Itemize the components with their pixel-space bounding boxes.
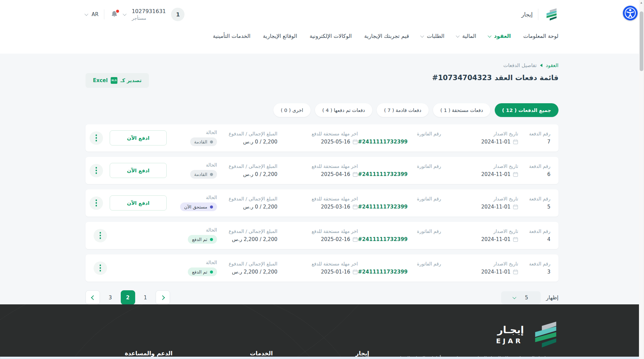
status-dot-icon — [210, 173, 213, 176]
pay-now-button[interactable]: ادفع الآن — [110, 163, 167, 178]
status-badge: تم الدفع — [188, 235, 217, 244]
page-head-right: العقود تفاصيل الدفعات قائمة دفعات العقد … — [432, 62, 558, 82]
calendar-icon — [513, 237, 518, 242]
payment-row: رقم الدفعة 3 تاريخ الاصدار 2024-11-01 رق… — [86, 254, 558, 282]
footer-brand-english: EJAR — [496, 337, 523, 345]
horizontal-scrollbar-thumb[interactable] — [0, 357, 255, 359]
scrollbar-up-arrow-icon[interactable]: ▲ — [639, 0, 644, 5]
calendar-icon — [513, 139, 518, 144]
nav-item-requests[interactable]: الطلبات — [421, 33, 444, 39]
brand[interactable]: إيجار — [521, 8, 558, 21]
page-size-value: 5 — [525, 295, 528, 301]
main-nav: لوحة المعلومات العقود المالية الطلبات قي… — [86, 25, 558, 39]
page-size-select[interactable]: 5 — [501, 291, 541, 304]
row-actions-kebab-icon[interactable] — [90, 131, 103, 145]
pagination-prev-button[interactable] — [86, 290, 100, 305]
header-divider — [104, 9, 104, 19]
accessibility-person-icon — [625, 7, 636, 19]
nav-item-finance[interactable]: المالية — [457, 33, 476, 39]
page-size-label: إظهار — [546, 294, 558, 301]
status-cell: الحالة مستحق الآن — [167, 195, 217, 211]
tab-upcoming-payments[interactable]: دفعات قادمة ( 7 ) — [377, 103, 429, 117]
pay-now-button[interactable]: ادفع الآن — [110, 195, 167, 211]
contract-number: #10734704323 — [432, 74, 492, 82]
breadcrumb: العقود تفاصيل الدفعات — [432, 62, 558, 68]
status-cell: الحالة تم الدفع — [167, 227, 217, 244]
pay-now-button[interactable]: ادفع الآن — [110, 130, 167, 145]
status-cell: الحالة القادمة — [167, 130, 217, 146]
payment-row: رقم الدفعة 4 تاريخ الاصدار 2024-11-01 رق… — [86, 222, 558, 249]
pagination-next-button[interactable] — [156, 290, 170, 305]
vertical-scrollbar-thumb[interactable] — [640, 11, 643, 71]
row-actions-kebab-icon[interactable] — [90, 164, 103, 177]
tab-other-payments[interactable]: اخرى ( 0 ) — [273, 103, 311, 117]
status-badge: تم الدفع — [188, 267, 217, 276]
notification-badge — [115, 9, 120, 13]
invoice-number-value: #2411111732399 — [358, 139, 441, 145]
invoice-cell: رقم الفاتورة #2411111732399 — [358, 164, 441, 177]
row-actions-kebab-icon[interactable] — [94, 229, 107, 242]
payment-number-cell: رقم الدفعة 3 — [518, 261, 550, 275]
amount-value: 2,200 / 0 ر.س — [217, 171, 277, 177]
invoice-number-value: #2411111732399 — [358, 171, 441, 177]
amount-cell: المبلغ الإجمالى / المدفوع 2,200 / 0 ر.س — [217, 164, 277, 177]
deadline-value: 2025-04-16 — [321, 171, 350, 177]
language-switcher[interactable]: AR — [86, 11, 99, 17]
pagination-page-2-current[interactable]: 2 — [121, 290, 135, 305]
chevron-right-icon — [160, 295, 165, 300]
invoice-cell: رقم الفاتورة #2411111732399 — [358, 196, 441, 210]
amount-value: 2,200 / 2,200 ر.س — [217, 269, 277, 275]
nav-item-insurance-services[interactable]: الخدمات التأمينية — [213, 33, 250, 39]
invoice-number-value: #2411111732399 — [358, 236, 441, 242]
pagination: 1 2 3 — [86, 290, 170, 305]
payment-number-value: 7 — [518, 139, 550, 145]
horizontal-scrollbar[interactable] — [0, 357, 639, 359]
invoice-cell: رقم الفاتورة #2411111732399 — [358, 131, 441, 145]
payment-number-cell: رقم الدفعة 5 — [518, 196, 550, 210]
issue-date-cell: تاريخ الاصدار 2024-11-01 — [441, 164, 518, 177]
header-top-bar: إيجار 1 1027931631 مستأجر — [86, 0, 558, 25]
tab-paid-payments[interactable]: دفعات تم دفعها ( 4 ) — [315, 103, 372, 117]
notifications-button[interactable] — [110, 10, 118, 19]
payment-filter-tabs: جميع الدفعات ( 12 ) دفعات مستحقة ( 1 ) د… — [86, 103, 558, 117]
user-role: مستأجر — [132, 15, 166, 21]
chevron-left-icon — [91, 295, 96, 300]
accessibility-widget-button[interactable] — [623, 6, 638, 20]
user-menu-chevron-down-icon[interactable] — [123, 12, 126, 16]
calendar-icon — [353, 172, 358, 177]
nav-item-rental-incidents[interactable]: الوقائع الإيجارية — [263, 33, 297, 39]
page-size-control: إظهار 5 — [501, 291, 558, 304]
status-dot-icon — [210, 205, 213, 208]
row-actions-kebab-icon[interactable] — [90, 196, 103, 210]
nav-item-contracts[interactable]: العقود — [489, 33, 511, 39]
invoice-number-value: #2411111732399 — [358, 269, 441, 275]
vertical-scrollbar[interactable]: ▲ — [639, 0, 644, 359]
avatar[interactable]: 1 — [171, 8, 184, 21]
calendar-icon — [353, 269, 358, 275]
payment-number-value: 3 — [518, 269, 550, 275]
nav-item-rate-experience[interactable]: قيم تجربتك الإيجارية — [364, 33, 409, 39]
nav-item-e-agencies[interactable]: الوكالات الإلكترونية — [310, 33, 352, 39]
footer-decor-curve — [0, 304, 436, 359]
invoice-number-value: #2411111732399 — [358, 204, 441, 210]
pagination-page-3[interactable]: 3 — [109, 295, 112, 301]
amount-value: 2,200 / 0 ر.س — [217, 139, 277, 145]
pagination-page-1[interactable]: 1 — [144, 295, 147, 301]
calendar-icon — [353, 139, 358, 144]
status-dot-icon — [210, 140, 213, 143]
payment-row: رقم الدفعة 6 تاريخ الاصدار 2024-11-01 رق… — [86, 157, 558, 184]
issue-date-value: 2024-11-01 — [481, 204, 511, 210]
footer-column-support: الدعم والمساعدة — [125, 350, 172, 357]
amount-value: 2,200 / 0 ر.س — [217, 204, 277, 210]
language-label: AR — [92, 11, 99, 17]
tab-due-payments[interactable]: دفعات مستحقة ( 1 ) — [433, 103, 490, 117]
calendar-icon — [353, 237, 358, 242]
row-actions-kebab-icon[interactable] — [94, 261, 107, 275]
export-excel-button[interactable]: تصدير كـ XLS Excel — [86, 73, 149, 88]
breadcrumb-contracts-link[interactable]: العقود — [546, 62, 558, 68]
tab-all-payments[interactable]: جميع الدفعات ( 12 ) — [495, 103, 558, 117]
deadline-value: 2025-01-16 — [321, 269, 350, 275]
nav-item-dashboard[interactable]: لوحة المعلومات — [523, 33, 558, 39]
footer: إيجـار EJAR إيجار الخدمات الدعم والمساعد… — [0, 304, 644, 359]
ejar-logo-icon — [529, 321, 560, 348]
